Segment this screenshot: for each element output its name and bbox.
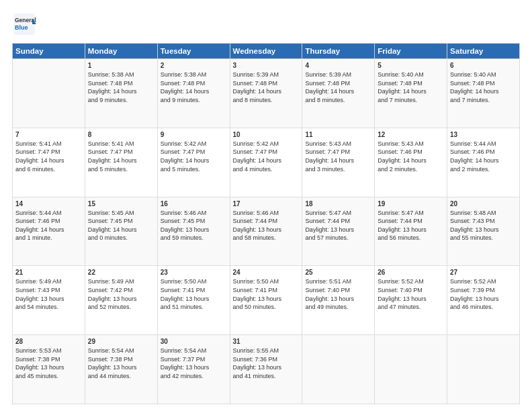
day-number: 24: [233, 269, 300, 276]
day-cell: 11Sunrise: 5:43 AM Sunset: 7:47 PM Dayli…: [302, 128, 375, 197]
day-info: Sunrise: 5:40 AM Sunset: 7:48 PM Dayligh…: [450, 71, 517, 104]
day-cell: 5Sunrise: 5:40 AM Sunset: 7:48 PM Daylig…: [375, 59, 447, 128]
day-cell: 26Sunrise: 5:52 AM Sunset: 7:40 PM Dayli…: [375, 266, 447, 335]
day-info: Sunrise: 5:43 AM Sunset: 7:47 PM Dayligh…: [305, 140, 371, 173]
week-row-1: 1Sunrise: 5:38 AM Sunset: 7:48 PM Daylig…: [13, 59, 520, 128]
day-number: 14: [15, 200, 82, 208]
day-cell: 28Sunrise: 5:53 AM Sunset: 7:38 PM Dayli…: [13, 335, 85, 404]
day-number: 31: [233, 338, 300, 345]
logo: General Blue: [12, 12, 36, 36]
day-number: 13: [450, 131, 517, 138]
day-info: Sunrise: 5:47 AM Sunset: 7:44 PM Dayligh…: [305, 209, 371, 242]
day-number: 29: [88, 338, 154, 345]
day-info: Sunrise: 5:46 AM Sunset: 7:45 PM Dayligh…: [161, 209, 227, 242]
day-cell: 30Sunrise: 5:54 AM Sunset: 7:37 PM Dayli…: [157, 335, 230, 404]
day-info: Sunrise: 5:54 AM Sunset: 7:38 PM Dayligh…: [88, 347, 154, 380]
day-info: Sunrise: 5:43 AM Sunset: 7:46 PM Dayligh…: [378, 140, 444, 173]
day-cell: 8Sunrise: 5:41 AM Sunset: 7:47 PM Daylig…: [85, 128, 157, 197]
day-info: Sunrise: 5:55 AM Sunset: 7:36 PM Dayligh…: [233, 347, 300, 380]
day-info: Sunrise: 5:42 AM Sunset: 7:47 PM Dayligh…: [233, 140, 300, 173]
day-number: 15: [88, 200, 154, 208]
day-number: 25: [305, 269, 371, 276]
day-cell: 3Sunrise: 5:39 AM Sunset: 7:48 PM Daylig…: [230, 59, 302, 128]
day-cell: 12Sunrise: 5:43 AM Sunset: 7:46 PM Dayli…: [375, 128, 447, 197]
day-number: 9: [161, 131, 227, 138]
col-header-friday: Friday: [375, 44, 447, 59]
day-info: Sunrise: 5:50 AM Sunset: 7:41 PM Dayligh…: [233, 277, 300, 311]
day-cell: 19Sunrise: 5:47 AM Sunset: 7:44 PM Dayli…: [375, 197, 447, 266]
day-cell: 22Sunrise: 5:49 AM Sunset: 7:42 PM Dayli…: [85, 266, 157, 335]
day-number: 21: [15, 269, 82, 276]
day-cell: 15Sunrise: 5:45 AM Sunset: 7:45 PM Dayli…: [85, 197, 157, 266]
day-cell: 13Sunrise: 5:44 AM Sunset: 7:46 PM Dayli…: [447, 128, 520, 197]
day-info: Sunrise: 5:51 AM Sunset: 7:40 PM Dayligh…: [305, 277, 371, 311]
day-info: Sunrise: 5:53 AM Sunset: 7:38 PM Dayligh…: [15, 347, 82, 380]
day-info: Sunrise: 5:44 AM Sunset: 7:46 PM Dayligh…: [450, 140, 517, 173]
day-info: Sunrise: 5:49 AM Sunset: 7:42 PM Dayligh…: [88, 277, 154, 311]
day-info: Sunrise: 5:41 AM Sunset: 7:47 PM Dayligh…: [88, 140, 154, 173]
day-cell: [447, 335, 520, 404]
day-info: Sunrise: 5:45 AM Sunset: 7:45 PM Dayligh…: [88, 209, 154, 242]
day-number: 6: [450, 62, 517, 69]
day-cell: 4Sunrise: 5:39 AM Sunset: 7:48 PM Daylig…: [302, 59, 375, 128]
day-info: Sunrise: 5:42 AM Sunset: 7:47 PM Dayligh…: [161, 140, 227, 173]
day-info: Sunrise: 5:47 AM Sunset: 7:44 PM Dayligh…: [378, 209, 444, 242]
week-row-3: 14Sunrise: 5:44 AM Sunset: 7:46 PM Dayli…: [13, 197, 520, 266]
day-number: 12: [378, 131, 444, 138]
day-cell: 24Sunrise: 5:50 AM Sunset: 7:41 PM Dayli…: [230, 266, 302, 335]
day-number: 17: [233, 200, 300, 208]
day-cell: 27Sunrise: 5:52 AM Sunset: 7:39 PM Dayli…: [447, 266, 520, 335]
day-number: 26: [378, 269, 444, 276]
day-info: Sunrise: 5:41 AM Sunset: 7:47 PM Dayligh…: [15, 140, 82, 173]
day-info: Sunrise: 5:44 AM Sunset: 7:46 PM Dayligh…: [15, 209, 82, 242]
day-info: Sunrise: 5:40 AM Sunset: 7:48 PM Dayligh…: [378, 71, 444, 104]
day-number: 27: [450, 269, 517, 276]
week-row-4: 21Sunrise: 5:49 AM Sunset: 7:43 PM Dayli…: [13, 266, 520, 335]
col-header-monday: Monday: [85, 44, 157, 59]
col-header-sunday: Sunday: [13, 44, 85, 59]
calendar-table: SundayMondayTuesdayWednesdayThursdayFrid…: [12, 43, 520, 404]
day-cell: 20Sunrise: 5:48 AM Sunset: 7:43 PM Dayli…: [447, 197, 520, 266]
day-info: Sunrise: 5:38 AM Sunset: 7:48 PM Dayligh…: [161, 71, 227, 104]
day-info: Sunrise: 5:48 AM Sunset: 7:43 PM Dayligh…: [450, 209, 517, 242]
day-cell: 1Sunrise: 5:38 AM Sunset: 7:48 PM Daylig…: [85, 59, 157, 128]
day-info: Sunrise: 5:39 AM Sunset: 7:48 PM Dayligh…: [305, 71, 371, 104]
day-number: 23: [161, 269, 227, 276]
col-header-saturday: Saturday: [447, 44, 520, 59]
day-cell: 23Sunrise: 5:50 AM Sunset: 7:41 PM Dayli…: [157, 266, 230, 335]
col-header-tuesday: Tuesday: [157, 44, 230, 59]
day-info: Sunrise: 5:49 AM Sunset: 7:43 PM Dayligh…: [15, 277, 82, 311]
day-cell: 17Sunrise: 5:46 AM Sunset: 7:44 PM Dayli…: [230, 197, 302, 266]
day-cell: 10Sunrise: 5:42 AM Sunset: 7:47 PM Dayli…: [230, 128, 302, 197]
day-cell: 21Sunrise: 5:49 AM Sunset: 7:43 PM Dayli…: [13, 266, 85, 335]
day-cell: [375, 335, 447, 404]
calendar-page: General Blue SundayMondayTuesdayWednesda…: [0, 0, 532, 411]
day-info: Sunrise: 5:54 AM Sunset: 7:37 PM Dayligh…: [161, 347, 227, 380]
day-cell: 16Sunrise: 5:46 AM Sunset: 7:45 PM Dayli…: [157, 197, 230, 266]
day-number: 18: [305, 200, 371, 208]
week-row-2: 7Sunrise: 5:41 AM Sunset: 7:47 PM Daylig…: [13, 128, 520, 197]
day-number: 19: [378, 200, 444, 208]
day-cell: 9Sunrise: 5:42 AM Sunset: 7:47 PM Daylig…: [157, 128, 230, 197]
day-cell: 31Sunrise: 5:55 AM Sunset: 7:36 PM Dayli…: [230, 335, 302, 404]
day-cell: 6Sunrise: 5:40 AM Sunset: 7:48 PM Daylig…: [447, 59, 520, 128]
day-number: 5: [378, 62, 444, 69]
day-number: 2: [161, 62, 227, 69]
day-number: 30: [161, 338, 227, 345]
day-cell: 29Sunrise: 5:54 AM Sunset: 7:38 PM Dayli…: [85, 335, 157, 404]
week-row-5: 28Sunrise: 5:53 AM Sunset: 7:38 PM Dayli…: [13, 335, 520, 404]
day-info: Sunrise: 5:52 AM Sunset: 7:40 PM Dayligh…: [378, 277, 444, 311]
day-info: Sunrise: 5:52 AM Sunset: 7:39 PM Dayligh…: [450, 277, 517, 311]
day-number: 3: [233, 62, 300, 69]
day-number: 1: [88, 62, 154, 69]
day-number: 7: [15, 131, 82, 138]
day-cell: [13, 59, 85, 128]
day-cell: 18Sunrise: 5:47 AM Sunset: 7:44 PM Dayli…: [302, 197, 375, 266]
day-number: 16: [161, 200, 227, 208]
day-cell: [302, 335, 375, 404]
day-number: 22: [88, 269, 154, 276]
day-cell: 14Sunrise: 5:44 AM Sunset: 7:46 PM Dayli…: [13, 197, 85, 266]
day-number: 11: [305, 131, 371, 138]
svg-text:Blue: Blue: [15, 24, 28, 31]
day-info: Sunrise: 5:39 AM Sunset: 7:48 PM Dayligh…: [233, 71, 300, 104]
